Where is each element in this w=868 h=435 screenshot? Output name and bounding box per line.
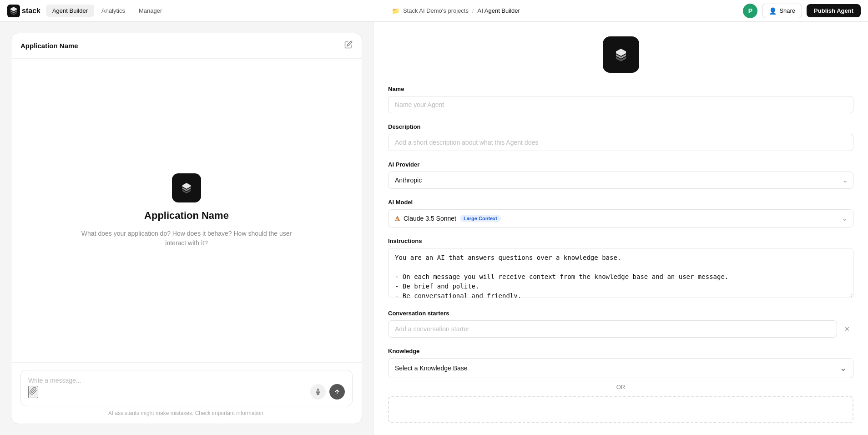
share-button[interactable]: 👤 Share [762,4,802,18]
knowledge-chevron-icon: ⌄ [840,363,847,373]
tab-manager[interactable]: Manager [132,5,168,17]
chat-card: Application Name Application Name What d… [11,33,362,424]
brand-name: stack [22,7,40,15]
knowledge-base-placeholder: Select a Knowledge Base [395,364,468,372]
conversation-starters-label: Conversation starters [388,310,853,317]
ai-model-field-group: AI Model 𝐀 Claude 3.5 Sonnet Large Conte… [388,199,853,228]
publish-button[interactable]: Publish Agent [807,4,861,17]
breadcrumb-separator: / [472,7,474,14]
top-navigation: stack Agent Builder Analytics Manager 📁 … [0,0,868,22]
chat-body: Application Name What does your applicat… [11,59,362,362]
tab-analytics[interactable]: Analytics [95,5,131,17]
nav-tabs: Agent Builder Analytics Manager [46,5,168,17]
chat-app-icon [172,173,201,202]
model-badge: Large Context [460,215,501,222]
chat-header-title: Application Name [20,42,78,50]
chat-disclaimer: AI assistants might make mistakes. Check… [20,406,353,416]
ai-model-label: AI Model [388,199,853,206]
chat-app-name: Application Name [144,210,229,222]
edit-icon[interactable] [344,40,353,51]
knowledge-field-group: Knowledge Select a Knowledge Base ⌄ OR [388,348,853,423]
knowledge-or-label: OR [388,384,853,390]
clear-starter-button[interactable]: × [841,323,853,335]
tab-agent-builder[interactable]: Agent Builder [46,5,94,17]
chat-app-description: What does your application do? How does … [77,229,296,248]
name-field-group: Name [388,86,853,113]
description-label: Description [388,123,853,130]
chat-input-box: Write a message... [20,370,353,406]
description-input[interactable] [388,134,853,151]
instructions-field-group: Instructions You are an AI that answers … [388,238,853,300]
chat-input-placeholder[interactable]: Write a message... [28,377,345,384]
model-chevron-icon: ⌄ [842,215,848,222]
agent-icon[interactable] [603,36,639,73]
name-label: Name [388,86,853,92]
ai-model-select[interactable]: 𝐀 Claude 3.5 Sonnet Large Context ⌄ [388,209,853,228]
ai-provider-label: AI Provider [388,161,853,168]
folder-icon: 📁 [392,7,399,15]
agent-icon-area [388,36,853,73]
ai-model-value: Claude 3.5 Sonnet [404,215,456,222]
conversation-starter-input[interactable] [388,320,837,338]
chat-header: Application Name [11,33,362,59]
user-avatar[interactable]: P [743,4,757,18]
brand-logo: stack [7,5,40,17]
chat-input-actions [28,384,345,400]
settings-panel: Name Description AI Provider Anthropic O… [373,22,868,435]
conversation-starter-row: × [388,320,853,338]
breadcrumb-page: AI Agent Builder [478,7,520,14]
chat-preview-panel: Application Name Application Name What d… [0,22,373,435]
knowledge-base-select[interactable]: Select a Knowledge Base ⌄ [388,358,853,378]
ai-provider-select[interactable]: Anthropic OpenAI Google [388,172,853,189]
description-field-group: Description [388,123,853,151]
attach-button[interactable] [28,386,38,398]
breadcrumb-project[interactable]: Stack AI Demo's projects [403,7,469,14]
knowledge-upload-area[interactable] [388,396,853,423]
conversation-starters-field-group: Conversation starters × [388,310,853,338]
chat-input-area: Write a message... [11,362,362,424]
send-button[interactable] [329,384,345,400]
breadcrumb: 📁 Stack AI Demo's projects / AI Agent Bu… [392,7,520,15]
nav-left: stack Agent Builder Analytics Manager [7,5,168,17]
nav-right: P 👤 Share Publish Agent [743,4,861,18]
ai-provider-select-wrapper: Anthropic OpenAI Google ⌄ [388,172,853,189]
name-input[interactable] [388,96,853,113]
share-icon: 👤 [769,7,777,15]
anthropic-a-icon: 𝐀 [395,214,400,223]
share-label: Share [779,7,795,14]
ai-provider-field-group: AI Provider Anthropic OpenAI Google ⌄ [388,161,853,189]
knowledge-label: Knowledge [388,348,853,354]
chat-input-right [310,384,345,400]
main-layout: Application Name Application Name What d… [0,22,868,435]
microphone-button[interactable] [310,384,326,400]
instructions-label: Instructions [388,238,853,244]
instructions-textarea[interactable]: You are an AI that answers questions ove… [388,248,853,298]
